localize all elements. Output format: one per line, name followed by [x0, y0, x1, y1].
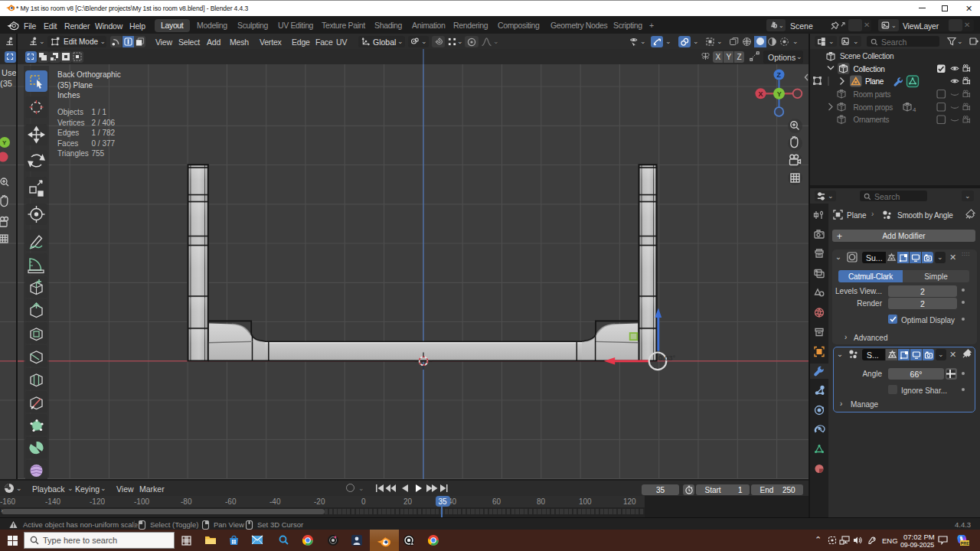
svg-text:Room parts: Room parts — [854, 90, 891, 99]
svg-text:Collection: Collection — [854, 65, 885, 73]
svg-text:Plane: Plane — [865, 77, 884, 86]
svg-text:Z: Z — [777, 71, 782, 79]
svg-text:Inches: Inches — [57, 91, 80, 99]
svg-text:Faces: Faces — [57, 139, 78, 148]
svg-text:Edges: Edges — [57, 129, 79, 137]
svg-text:Vertices: Vertices — [57, 119, 85, 127]
svg-text:X: X — [759, 90, 763, 98]
svg-text:Scene Collection: Scene Collection — [840, 52, 893, 60]
svg-text:(35: (35 — [0, 79, 12, 88]
svg-text:Use: Use — [2, 68, 17, 77]
svg-text:4: 4 — [913, 106, 916, 113]
svg-text:1 / 782: 1 / 782 — [92, 129, 116, 137]
svg-text:755: 755 — [92, 149, 105, 158]
svg-text:2 / 406: 2 / 406 — [92, 119, 116, 127]
svg-text:(35) Plane: (35) Plane — [57, 81, 93, 90]
svg-text:Triangles: Triangles — [57, 149, 89, 158]
svg-text:0.03°: 0.03° — [658, 354, 675, 362]
svg-text:Y: Y — [2, 139, 7, 146]
svg-text:1 / 1: 1 / 1 — [92, 108, 107, 116]
svg-text:Objects: Objects — [57, 108, 83, 116]
svg-text:Back Orthographic: Back Orthographic — [57, 70, 121, 79]
svg-text:0 / 377: 0 / 377 — [92, 139, 116, 148]
svg-text:Room props: Room props — [854, 103, 893, 112]
svg-text:Ornaments: Ornaments — [854, 116, 890, 124]
svg-text:Y: Y — [777, 90, 782, 98]
